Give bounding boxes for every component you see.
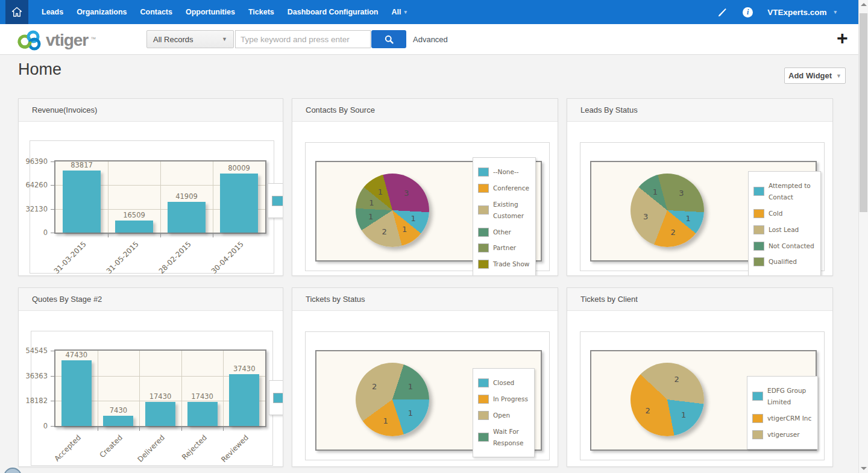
- x-axis-tick: [139, 427, 140, 431]
- scrollbar-down-arrow[interactable]: [861, 467, 867, 470]
- widget-body: 03213064260963908381731-03-20151650931-0…: [19, 122, 283, 275]
- search-icon: [384, 34, 394, 45]
- menu-item-organizations[interactable]: Organizations: [70, 8, 133, 16]
- pie-chart[interactable]: 31231: [631, 174, 704, 247]
- y-axis-tick: [51, 351, 54, 351]
- pie-value-label: 2: [674, 375, 679, 384]
- search-input[interactable]: [235, 30, 371, 48]
- y-axis-tick: [51, 161, 54, 162]
- menu-item-leads[interactable]: Leads: [35, 8, 70, 16]
- scrollbar-thumb[interactable]: [860, 13, 867, 212]
- pie-chart[interactable]: 122: [631, 363, 704, 436]
- legend-label: In Progress: [493, 393, 528, 405]
- menu-item-tickets[interactable]: Tickets: [242, 8, 281, 16]
- legend-item: EDFG Group Limited: [752, 385, 811, 408]
- bar-created[interactable]: [103, 416, 133, 426]
- pie-value-label: 1: [410, 214, 415, 223]
- bar-28-02-2015[interactable]: [168, 202, 206, 233]
- menu-item-all[interactable]: All▾: [385, 8, 414, 16]
- bar-chart-plot[interactable]: 03213064260963908381731-03-20151650931-0…: [54, 160, 266, 234]
- legend-swatch: [752, 392, 763, 401]
- widget-body: 1112ClosedIn ProgressOpenWait For Respon…: [292, 311, 558, 466]
- widget-revenue: Revenue(Invoices)03213064260963908381731…: [18, 98, 283, 276]
- widget-header[interactable]: Tickets by Status: [292, 288, 558, 311]
- x-axis-label: 30-04-2015: [201, 240, 245, 276]
- bar-31-05-2015[interactable]: [115, 221, 153, 233]
- user-menu[interactable]: VTExperts.com ▾: [767, 8, 837, 17]
- legend-label: Not Contacted: [769, 240, 814, 252]
- bar-value-label: 47430: [66, 351, 88, 359]
- grid-line: [160, 161, 161, 233]
- x-axis-label: Rejected: [164, 433, 209, 467]
- pie-value-label: 1: [408, 382, 413, 391]
- legend-swatch: [273, 393, 283, 403]
- advanced-search-link[interactable]: Advanced: [413, 35, 448, 44]
- navbar-right: i VTExperts.com ▾: [717, 0, 837, 24]
- grid-line: [213, 161, 213, 233]
- legend-item: --None--: [478, 166, 529, 178]
- pie-value-label: 1: [402, 225, 407, 234]
- vertical-scrollbar[interactable]: [858, 0, 868, 473]
- pie-value-label: 1: [368, 211, 373, 221]
- vtiger-logo: vtiger ™: [16, 29, 96, 51]
- scrollbar-up-arrow[interactable]: [861, 3, 867, 6]
- legend-item: In Progress: [478, 393, 528, 405]
- menu-item-label: Organizations: [77, 8, 127, 16]
- legend-item: vtigerCRM Inc: [752, 413, 811, 424]
- quick-create-button[interactable]: +: [837, 25, 848, 51]
- chart-legend: ClosedIn ProgressOpenWait For Response: [473, 368, 535, 457]
- legend-swatch: [272, 196, 283, 206]
- add-widget-button[interactable]: Add Widget ▼: [784, 67, 846, 84]
- legend-label: --None--: [493, 166, 519, 178]
- bar-31-03-2015[interactable]: [63, 171, 101, 233]
- legend-swatch: [478, 168, 489, 177]
- legend-item: Qualified: [753, 256, 814, 268]
- bar-reviewed[interactable]: [229, 374, 259, 426]
- menu-item-contacts[interactable]: Contacts: [133, 8, 178, 16]
- y-axis-tick: [51, 209, 54, 210]
- legend-swatch: [753, 257, 764, 266]
- widget-header[interactable]: Quotes By Stage #2: [19, 288, 283, 311]
- widget-quotes-stage: Quotes By Stage #2018182363635454547430A…: [18, 287, 283, 467]
- bar-accepted[interactable]: [61, 360, 92, 426]
- theme-brush-icon[interactable]: [717, 7, 728, 18]
- bar-chart-plot[interactable]: 018182363635454547430Accepted7430Created…: [54, 349, 266, 427]
- clipped-legend: TT: [269, 380, 283, 415]
- bar-delivered[interactable]: [145, 402, 175, 426]
- legend-label: Lost Lead: [769, 224, 799, 236]
- info-icon[interactable]: i: [743, 7, 753, 17]
- chevron-down-icon: ▾: [404, 9, 407, 15]
- legend-label: Open: [493, 410, 510, 421]
- widget-header[interactable]: Leads By Status: [567, 99, 832, 122]
- widget-header[interactable]: Contacts By Source: [292, 99, 558, 122]
- main-menu: LeadsOrganizationsContactsOpportunitiesT…: [35, 0, 414, 24]
- y-axis-tick: [51, 401, 54, 401]
- x-axis-tick: [223, 427, 224, 431]
- search-button[interactable]: [371, 30, 406, 48]
- pie-value-label: 1: [408, 408, 413, 417]
- grid-line: [223, 351, 224, 426]
- pie-chart[interactable]: 1112: [356, 363, 429, 436]
- brand-trademark: ™: [90, 36, 96, 42]
- pie-value-label: 1: [369, 198, 374, 207]
- search-scope-select[interactable]: All Records ▼: [146, 30, 234, 48]
- home-button[interactable]: [5, 0, 28, 24]
- legend-item: Other: [478, 227, 529, 238]
- legend-swatch: [753, 187, 764, 196]
- widget-contacts-source: Contacts By Source3112111--None--Confere…: [292, 98, 558, 276]
- pie-chart[interactable]: 3112111: [356, 174, 429, 247]
- menu-item-opportunities[interactable]: Opportunities: [179, 8, 242, 16]
- widget-title: Quotes By Stage #2: [32, 295, 102, 304]
- pie-value-label: 2: [645, 406, 650, 415]
- menu-item-dashboard-configuration[interactable]: Dashboard Configuration: [281, 8, 385, 16]
- top-navbar: LeadsOrganizationsContactsOpportunitiesT…: [0, 0, 858, 24]
- chat-bubble-button[interactable]: [4, 468, 22, 473]
- bar-30-04-2015[interactable]: [220, 174, 258, 233]
- widget-title: Revenue(Invoices): [32, 105, 97, 114]
- legend-item: Trade Show: [478, 258, 529, 270]
- x-axis-label: 31-03-2015: [43, 240, 88, 276]
- widget-header[interactable]: Tickets by Client: [567, 288, 832, 311]
- widget-header[interactable]: Revenue(Invoices): [19, 99, 283, 122]
- menu-item-label: Opportunities: [186, 8, 235, 16]
- bar-rejected[interactable]: [187, 402, 218, 426]
